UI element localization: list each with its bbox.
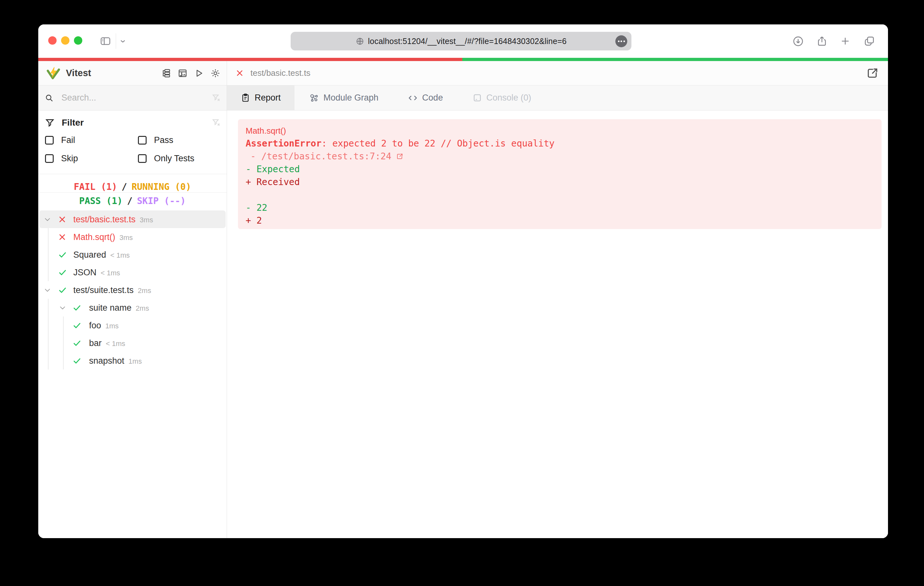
test-label: test/suite.test.ts2ms xyxy=(73,285,151,295)
run-all-icon[interactable] xyxy=(194,68,204,78)
checkbox-icon[interactable] xyxy=(138,154,147,163)
test-duration: < 1ms xyxy=(101,268,120,277)
fail-cross-icon xyxy=(235,69,244,77)
tree-guide-line xyxy=(48,299,49,316)
diff-line-received: + Received xyxy=(246,176,874,189)
browser-toolbar: localhost:51204/__vitest__/#/?file=16484… xyxy=(38,25,888,58)
fail-count: FAIL (1) xyxy=(74,181,117,192)
close-window-button[interactable] xyxy=(48,36,56,44)
tab-code[interactable]: Code xyxy=(393,86,458,110)
tree-guide-line xyxy=(63,334,64,352)
test-progress-bar xyxy=(38,58,888,61)
pass-check-icon xyxy=(73,339,81,347)
address-bar[interactable]: localhost:51204/__vitest__/#/?file=16484… xyxy=(290,32,632,51)
test-label: snapshot1ms xyxy=(89,356,142,365)
share-icon[interactable] xyxy=(816,25,828,58)
tree-row[interactable]: suite name2ms xyxy=(39,299,226,316)
test-label: test/basic.test.ts3ms xyxy=(73,214,153,224)
theme-toggle-icon[interactable] xyxy=(211,68,220,78)
pass-check-icon xyxy=(58,268,67,277)
search-bar xyxy=(38,86,227,110)
checkbox-icon[interactable] xyxy=(45,136,54,145)
tree-row[interactable]: Squared< 1ms xyxy=(39,246,226,263)
tree-row[interactable]: snapshot1ms xyxy=(39,352,226,369)
test-summary: FAIL (1) / RUNNING (0) PASS (1) / SKIP (… xyxy=(38,174,227,207)
tree-row[interactable]: JSON< 1ms xyxy=(39,263,226,281)
open-file-name: test/basic.test.ts xyxy=(251,68,866,78)
progress-fail-segment xyxy=(38,58,462,61)
filter-checkbox-only-tests[interactable]: Only Tests xyxy=(138,152,221,165)
error-report: Math.sqrt() AssertionError: expected 2 t… xyxy=(238,119,881,229)
tab-console-0[interactable]: Console (0) xyxy=(458,86,546,110)
test-duration: < 1ms xyxy=(106,339,125,347)
progress-pass-segment xyxy=(462,58,888,61)
pass-check-icon xyxy=(73,321,81,330)
clear-search-filter-icon[interactable] xyxy=(212,94,221,102)
diff-line-expected: - 22 xyxy=(246,201,874,214)
checkbox-icon[interactable] xyxy=(45,154,54,163)
tab-report[interactable]: Report xyxy=(227,86,294,110)
open-stack-in-editor-icon[interactable] xyxy=(396,127,472,186)
tree-guide-line xyxy=(48,352,49,369)
tab-label: Report xyxy=(255,93,280,103)
tree-guide-line xyxy=(48,316,49,334)
test-label: bar< 1ms xyxy=(89,338,125,348)
tree-row[interactable]: foo1ms xyxy=(39,316,226,334)
pass-check-icon xyxy=(73,303,81,312)
pass-check-icon xyxy=(58,286,67,294)
fail-cross-icon xyxy=(58,215,66,223)
tab-module-graph[interactable]: Module Graph xyxy=(294,86,393,110)
expand-chevron-icon[interactable] xyxy=(59,304,66,311)
expand-chevron-icon[interactable] xyxy=(44,286,51,294)
pass-count: PASS (1) xyxy=(79,196,122,206)
tree-row[interactable]: bar< 1ms xyxy=(39,334,226,352)
test-duration: 3ms xyxy=(120,233,133,242)
tree-guide-line xyxy=(48,334,49,352)
collapse-tree-icon[interactable] xyxy=(162,68,171,78)
filter-checkbox-fail[interactable]: Fail xyxy=(45,133,138,146)
module-graph-icon xyxy=(309,93,319,103)
test-duration: 2ms xyxy=(138,286,152,295)
downloads-icon[interactable] xyxy=(792,25,804,58)
tree-row[interactable]: test/suite.test.ts2ms xyxy=(39,281,226,299)
test-label: Squared< 1ms xyxy=(73,250,130,260)
filter-checkbox-skip[interactable]: Skip xyxy=(45,152,138,165)
report-icon xyxy=(241,93,250,102)
expand-chevron-icon[interactable] xyxy=(44,216,51,223)
tree-guide-line xyxy=(63,352,64,369)
zoom-window-button[interactable] xyxy=(74,36,82,44)
tab-overview-icon[interactable] xyxy=(863,25,875,58)
test-label: JSON< 1ms xyxy=(73,267,120,277)
diff-line-expected: - Expected xyxy=(246,163,874,176)
chevron-down-icon[interactable] xyxy=(119,25,127,58)
tree-row[interactable]: Math.sqrt()3ms xyxy=(39,228,226,246)
main-panel: test/basic.test.ts Report Module Graph C… xyxy=(227,61,888,538)
file-header: test/basic.test.ts xyxy=(227,61,888,86)
test-label: foo1ms xyxy=(89,320,119,330)
open-in-editor-icon[interactable] xyxy=(866,66,879,80)
dashboard-icon[interactable] xyxy=(178,68,187,78)
test-duration: 2ms xyxy=(136,304,149,312)
test-duration: < 1ms xyxy=(110,251,130,259)
stack-trace-line[interactable]: - /test/basic.test.ts:7:24 xyxy=(246,150,874,163)
test-label: suite name2ms xyxy=(89,303,149,313)
tab-label: Module Graph xyxy=(323,93,378,103)
browser-window: localhost:51204/__vitest__/#/?file=16484… xyxy=(38,25,888,538)
page-settings-icon[interactable] xyxy=(615,35,627,47)
search-input[interactable] xyxy=(61,93,212,103)
new-tab-icon[interactable] xyxy=(840,25,851,58)
minimize-window-button[interactable] xyxy=(61,36,69,44)
filter-checkbox-pass[interactable]: Pass xyxy=(138,133,221,146)
test-tree: test/basic.test.ts3msMath.sqrt()3msSquar… xyxy=(38,207,227,538)
checkbox-label: Skip xyxy=(61,153,78,163)
test-duration: 3ms xyxy=(140,216,153,224)
clear-filter-icon[interactable] xyxy=(212,118,221,127)
filter-checkbox-grid: Fail Pass Skip Only Tests xyxy=(45,133,221,165)
sidebar-header: Vitest xyxy=(38,61,227,86)
view-tabs: Report Module Graph Code Console (0) xyxy=(227,86,888,110)
pass-check-icon xyxy=(58,250,67,259)
window-controls xyxy=(48,36,82,44)
sidebar-toggle-icon[interactable] xyxy=(99,25,112,58)
checkbox-icon[interactable] xyxy=(138,136,147,145)
tree-row[interactable]: test/basic.test.ts3ms xyxy=(39,211,226,228)
